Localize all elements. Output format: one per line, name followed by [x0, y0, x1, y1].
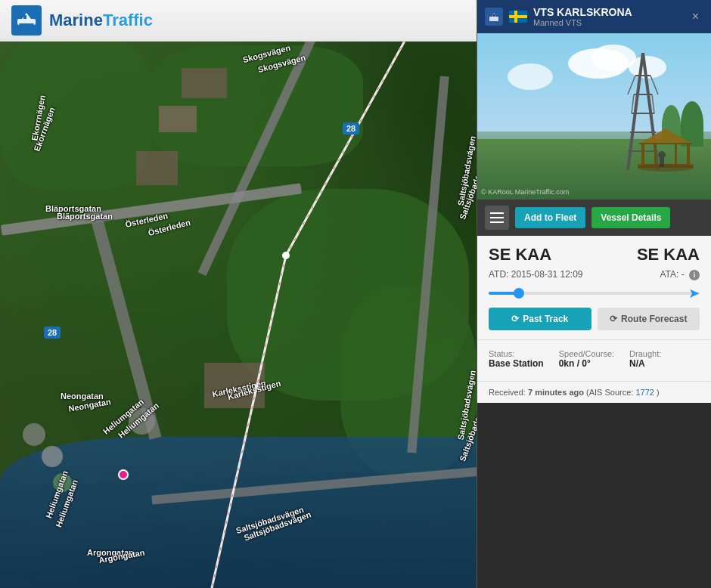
panel-close-button[interactable]: × — [688, 8, 703, 25]
svg-rect-28 — [654, 144, 657, 165]
svg-line-21 — [652, 94, 654, 113]
building — [23, 423, 45, 446]
received-time: 7 minutes ago — [528, 388, 584, 397]
speed-label: Speed/Course: — [559, 349, 614, 358]
progress-container[interactable]: ➤ — [489, 288, 700, 299]
past-track-button[interactable]: ⟳ Past Track — [489, 308, 591, 330]
logo-icon — [11, 5, 42, 36]
hamburger-line-3 — [490, 221, 504, 223]
route-waypoint — [282, 252, 290, 259]
vessel-info-section: SE KAA SE KAA ATD: 2015-08-31 12:09 ATA:… — [477, 236, 711, 339]
map-label-10: Neongatan — [67, 397, 111, 413]
received-ais-link[interactable]: 1772 — [635, 388, 654, 397]
received-ais-label: (AIS Source: — [586, 388, 633, 397]
details-row: Status: Base Station Speed/Course: 0kn /… — [489, 349, 700, 369]
ata-value: - — [682, 269, 685, 280]
map-label-neongatan: Neongatan — [61, 391, 104, 401]
panel-header: VTS KARLSKRONA Manned VTS × — [477, 0, 711, 33]
road-badge-28-top: 28 — [343, 122, 359, 135]
svg-rect-10 — [493, 14, 495, 17]
hamburger-menu-button[interactable] — [485, 206, 509, 230]
station-photo: © KARooL MarineTraffic.com — [477, 33, 711, 200]
panel-subtitle: Manned VTS — [533, 18, 632, 27]
track-buttons: ⟳ Past Track ⟳ Route Forecast — [489, 308, 700, 330]
progress-track — [489, 292, 700, 295]
map-label-saltsjobadsvägen1: Saltsjöbadsvägen — [456, 135, 477, 206]
ship-icon — [16, 10, 37, 31]
svg-line-19 — [650, 76, 658, 94]
speed-item: Speed/Course: 0kn / 0° — [559, 349, 614, 369]
building — [182, 68, 227, 98]
building — [136, 151, 178, 185]
progress-arrow: ➤ — [688, 285, 700, 302]
panel-icon — [485, 8, 503, 26]
building — [53, 473, 72, 492]
svg-point-31 — [638, 164, 694, 172]
progress-thumb[interactable] — [514, 288, 524, 299]
station-details-section: Status: Base Station Speed/Course: 0kn /… — [477, 339, 711, 381]
received-suffix: ) — [657, 388, 660, 397]
svg-point-32 — [658, 151, 666, 159]
draught-label: Draught: — [629, 349, 661, 358]
route-forecast-button[interactable]: ⟳ Route Forecast — [598, 308, 700, 330]
draught-value: N/A — [629, 358, 661, 369]
water-area — [0, 437, 477, 588]
atd-info: ATD: 2015-08-31 12:09 — [489, 269, 583, 280]
past-track-label: Past Track — [523, 314, 568, 324]
vessel-marker[interactable] — [118, 469, 129, 480]
building — [42, 446, 63, 467]
header: MarineTraffic — [0, 0, 477, 42]
road — [91, 218, 161, 440]
received-row: Received: 7 minutes ago (AIS Source: 177… — [477, 381, 711, 403]
vessel-details-button[interactable]: Vessel Details — [591, 207, 670, 228]
panel-title-block: VTS KARLSKRONA Manned VTS — [533, 6, 632, 27]
map-label-2: Österleden — [147, 218, 191, 237]
svg-rect-8 — [489, 17, 498, 21]
svg-rect-27 — [687, 144, 690, 166]
logo-text: MarineTraffic — [49, 11, 153, 30]
ata-label: ATA: — [660, 269, 678, 280]
logo-text-traffic: Traffic — [103, 11, 153, 29]
status-value: Base Station — [489, 358, 544, 369]
vessel-id-right: SE KAA — [637, 245, 700, 265]
flag-sweden — [509, 11, 527, 23]
svg-rect-7 — [19, 23, 34, 25]
past-track-icon: ⟳ — [511, 314, 519, 324]
received-prefix: Received: — [489, 388, 526, 397]
atd-value: 2015-08-31 12:09 — [511, 269, 583, 280]
route-forecast-label: Route Forecast — [621, 314, 687, 324]
status-label: Status: — [489, 349, 544, 358]
add-to-fleet-button[interactable]: Add to Fleet — [515, 207, 585, 228]
vessel-id-left: SE KAA — [489, 245, 551, 265]
svg-marker-24 — [639, 128, 692, 144]
svg-line-18 — [628, 76, 635, 94]
status-item: Status: Base Station — [489, 349, 544, 369]
svg-rect-33 — [660, 158, 664, 167]
building — [129, 408, 155, 435]
gazebo — [635, 125, 696, 181]
vessel-id-row: SE KAA SE KAA — [489, 245, 700, 265]
ata-info: ATA: - i — [660, 269, 700, 280]
station-icon — [488, 11, 500, 23]
svg-rect-29 — [675, 144, 677, 165]
speed-value: 0kn / 0° — [559, 358, 614, 369]
hamburger-line-2 — [490, 217, 504, 218]
tree-area — [0, 38, 151, 189]
building — [204, 363, 265, 408]
draught-item: Draught: N/A — [629, 349, 661, 369]
ata-info-icon[interactable]: i — [689, 270, 700, 280]
gazebo-svg — [635, 125, 696, 178]
vessel-panel: VTS KARLSKRONA Manned VTS × — [477, 0, 711, 588]
panel-header-left: VTS KARLSKRONA Manned VTS — [485, 6, 632, 27]
panel-buttons-row: Add to Fleet Vessel Details — [477, 200, 711, 236]
svg-rect-6 — [23, 15, 26, 19]
cloud — [508, 63, 553, 90]
hamburger-line-1 — [490, 212, 504, 214]
route-forecast-icon: ⟳ — [610, 314, 617, 324]
panel-title: VTS KARLSKRONA — [533, 6, 632, 18]
svg-rect-26 — [641, 144, 644, 166]
photo-credit: © KARooL MarineTraffic.com — [481, 188, 569, 196]
svg-line-20 — [632, 94, 634, 113]
building — [159, 106, 197, 132]
vessel-time-row: ATD: 2015-08-31 12:09 ATA: - i — [489, 269, 700, 280]
